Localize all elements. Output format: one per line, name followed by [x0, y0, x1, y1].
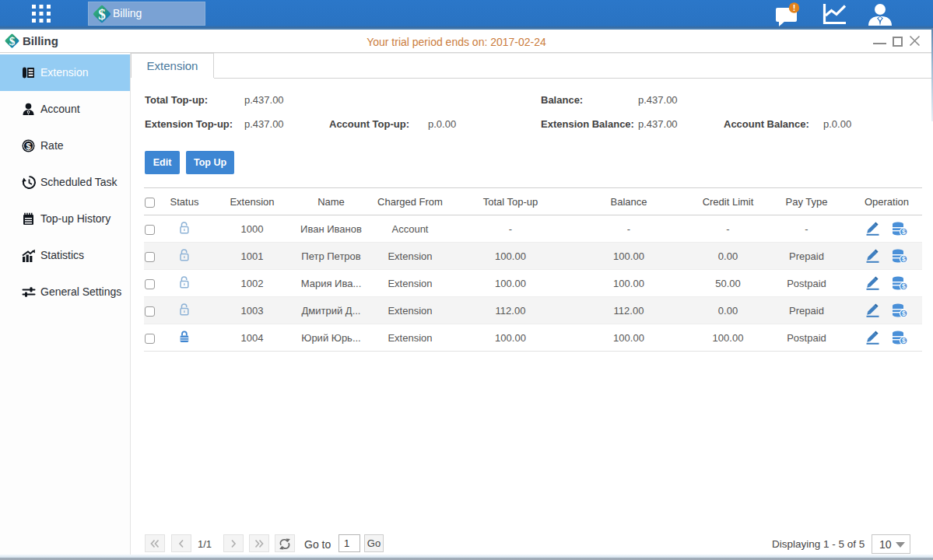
svg-text:$: $ [26, 142, 30, 151]
svg-text:$: $ [902, 310, 906, 317]
svg-text:$: $ [98, 5, 106, 22]
svg-text:$: $ [902, 255, 906, 263]
svg-text:$: $ [902, 228, 906, 236]
svg-text:$: $ [902, 282, 906, 290]
svg-text:!: ! [793, 3, 796, 12]
svg-text:$: $ [902, 337, 906, 345]
